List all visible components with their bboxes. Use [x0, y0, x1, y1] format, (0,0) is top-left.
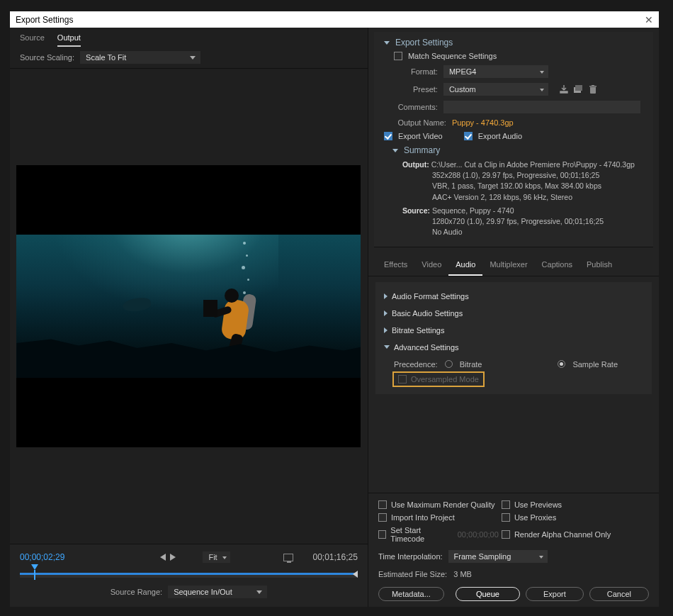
output-name-link[interactable]: Puppy - 4740.3gp [452, 118, 514, 127]
audio-settings-panel: Audio Format Settings Basic Audio Settin… [375, 282, 652, 394]
source-range-select[interactable]: Sequence In/Out [168, 586, 267, 598]
max-render-checkbox[interactable] [378, 500, 387, 509]
use-previews-checkbox[interactable] [502, 500, 510, 509]
time-interp-label: Time Interpolation: [378, 552, 443, 561]
tab-source[interactable]: Source [20, 33, 45, 47]
preview-area [10, 69, 368, 544]
render-alpha-checkbox[interactable] [502, 530, 510, 539]
close-icon[interactable]: ✕ [645, 14, 653, 26]
tab-output[interactable]: Output [57, 33, 81, 47]
time-interp-select[interactable]: Frame Sampling [448, 550, 548, 563]
mark-in-icon[interactable] [160, 554, 166, 561]
export-button[interactable]: Export [526, 587, 584, 601]
export-audio-label: Export Audio [478, 132, 522, 140]
precedence-label: Precedence: [394, 360, 438, 369]
est-size-value: 3 MB [453, 570, 472, 578]
oversampled-checkbox[interactable] [398, 375, 407, 383]
playhead-icon[interactable] [31, 564, 38, 570]
render-alpha-label: Render Alpha Channel Only [514, 530, 611, 539]
source-scaling-label: Source Scaling: [20, 53, 74, 62]
export-video-label: Export Video [398, 132, 443, 140]
summary-source-line3: No Audio [432, 227, 640, 237]
summary-output-line2: 352x288 (1.0), 29.97 fps, Progressive, 0… [432, 170, 640, 181]
match-sequence-label: Match Sequence Settings [408, 52, 497, 60]
start-timecode-label: Set Start Timecode [390, 526, 453, 543]
precedence-samplerate-radio[interactable] [558, 360, 565, 368]
delete-preset-icon[interactable] [589, 85, 596, 94]
tab-video[interactable]: Video [414, 254, 448, 276]
export-audio-checkbox[interactable] [464, 132, 473, 140]
preset-label: Preset: [384, 85, 438, 94]
output-name-label: Output Name: [384, 118, 446, 127]
zoom-select[interactable]: Fit [203, 551, 230, 563]
audio-format-heading[interactable]: Audio Format Settings [384, 288, 639, 305]
import-preset-icon[interactable] [574, 85, 584, 94]
advanced-heading[interactable]: Advanced Settings [384, 339, 639, 356]
summary-output-line4: AAC+ Version 2, 128 kbps, 96 kHz, Stereo [432, 192, 640, 203]
tab-publish[interactable]: Publish [579, 254, 619, 276]
use-proxies-label: Use Proxies [514, 513, 556, 522]
bitrate-heading[interactable]: Bitrate Settings [384, 322, 639, 339]
start-timecode-checkbox[interactable] [378, 530, 386, 539]
summary-output-path: C:\User... Cut a Clip in Adobe Premiere … [431, 160, 635, 169]
format-select[interactable]: MPEG4 [443, 65, 548, 78]
est-size-label: Estimated File Size: [378, 570, 447, 578]
queue-button[interactable]: Queue [456, 587, 520, 601]
export-settings-heading[interactable]: Export Settings [384, 38, 640, 47]
precedence-samplerate-label: Sample Rate [572, 360, 618, 369]
format-label: Format: [384, 67, 438, 76]
cancel-button[interactable]: Cancel [589, 587, 649, 601]
use-previews-label: Use Previews [514, 500, 562, 509]
import-project-checkbox[interactable] [378, 513, 387, 522]
use-proxies-checkbox[interactable] [502, 513, 510, 522]
summary-source-label: Source: [402, 206, 430, 215]
summary-heading[interactable]: Summary [392, 145, 640, 155]
precedence-bitrate-label: Bitrate [460, 360, 482, 369]
preset-select[interactable]: Custom [443, 83, 548, 96]
import-project-label: Import Into Project [391, 513, 455, 522]
tab-multiplexer[interactable]: Multiplexer [482, 254, 534, 276]
export-settings-dialog: Export Settings ✕ Source Output Source S… [10, 11, 659, 607]
summary-output-line3: VBR, 1 pass, Target 192.00 kbps, Max 384… [432, 181, 640, 191]
tab-captions[interactable]: Captions [535, 254, 579, 276]
titlebar[interactable]: Export Settings ✕ [10, 11, 659, 28]
export-video-checkbox[interactable] [384, 132, 392, 140]
start-timecode-value: 00;00;00;00 [458, 530, 499, 539]
summary-source-line1: Sequence, Puppy - 4740 [432, 206, 514, 215]
preview-frame [16, 165, 361, 447]
aspect-icon[interactable] [283, 554, 293, 561]
source-range-label: Source Range: [111, 588, 162, 596]
preview-image [16, 235, 361, 378]
oversampled-mode-highlight: Oversampled Mode [392, 371, 485, 387]
mark-out-icon[interactable] [170, 554, 176, 561]
out-point-icon[interactable] [353, 571, 358, 578]
max-render-label: Use Maximum Render Quality [391, 500, 495, 509]
preview-tabs: Source Output [10, 28, 368, 47]
comments-input[interactable] [443, 101, 640, 113]
basic-audio-heading[interactable]: Basic Audio Settings [384, 305, 639, 322]
precedence-bitrate-radio[interactable] [445, 360, 453, 368]
metadata-button[interactable]: Metadata... [378, 587, 444, 601]
match-sequence-checkbox[interactable] [394, 52, 402, 60]
svg-rect-1 [575, 85, 582, 91]
timecode-current[interactable]: 00;00;02;29 [20, 552, 64, 562]
comments-label: Comments: [384, 103, 438, 111]
timecode-duration: 00;01;16;25 [312, 552, 357, 562]
source-scaling-select[interactable]: Scale To Fit [80, 51, 200, 64]
summary-source-line2: 1280x720 (1.0), 29.97 fps, Progressive, … [432, 216, 640, 227]
oversampled-label: Oversampled Mode [411, 375, 479, 383]
tab-effects[interactable]: Effects [377, 254, 414, 276]
tab-audio[interactable]: Audio [448, 254, 482, 276]
settings-tabs: Effects Video Audio Multiplexer Captions… [368, 254, 659, 276]
dialog-title: Export Settings [16, 15, 73, 25]
save-preset-icon[interactable] [560, 85, 568, 94]
summary-output-label: Output: [402, 160, 429, 169]
timeline-slider[interactable] [20, 569, 358, 578]
